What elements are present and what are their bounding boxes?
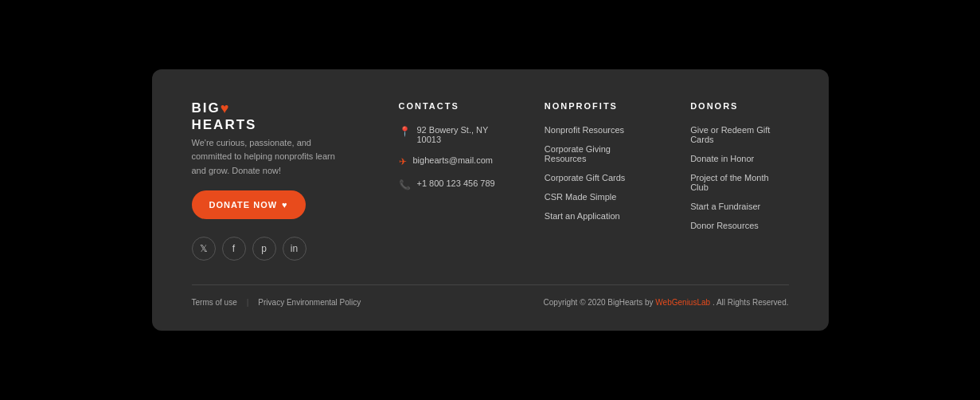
brand-logo: BIG ♥ HEARTS <box>192 101 351 133</box>
contact-address: 📍 92 Bowery St., NY 10013 <box>399 125 497 144</box>
twitter-icon[interactable]: 𝕏 <box>192 237 216 261</box>
donors-link-4[interactable]: Donor Resources <box>690 221 788 230</box>
footer-bottom: Terms of use | Privacy Environmental Pol… <box>192 284 789 307</box>
footer: BIG ♥ HEARTS We're curious, passionate, … <box>152 69 829 331</box>
contact-phone: 📞 +1 800 123 456 789 <box>399 178 497 190</box>
nonprofits-link-1[interactable]: Corporate Giving Resources <box>545 144 642 163</box>
brand-hearts-text: HEARTS <box>192 117 257 132</box>
nonprofits-column: NONPROFITS Nonprofit Resources Corporate… <box>545 101 642 230</box>
footer-top: BIG ♥ HEARTS We're curious, passionate, … <box>192 101 789 261</box>
phone-icon: 📞 <box>399 179 411 190</box>
nonprofits-link-4[interactable]: Start an Application <box>545 211 642 221</box>
copyright-end: . All Rights Reserved. <box>713 298 789 307</box>
phone-text: +1 800 123 456 789 <box>417 178 495 188</box>
address-text: 92 Bowery St., NY 10013 <box>417 125 497 144</box>
footer-legal: Terms of use | Privacy Environmental Pol… <box>192 298 361 307</box>
donors-link-1[interactable]: Donate in Honor <box>690 154 788 163</box>
donors-title: DONORS <box>690 101 788 111</box>
contacts-column: CONTACTS 📍 92 Bowery St., NY 10013 ✈ big… <box>399 101 497 202</box>
email-text: bighearts@mail.com <box>413 155 493 165</box>
donate-button[interactable]: DONATE NOW ♥ <box>192 190 306 219</box>
divider: | <box>247 298 249 307</box>
nonprofits-link-3[interactable]: CSR Made Simple <box>545 192 642 202</box>
donors-link-2[interactable]: Project of the Month Club <box>690 173 788 192</box>
contact-email: ✈ bighearts@mail.com <box>399 155 497 167</box>
brand-big-text: BIG <box>192 101 221 116</box>
nonprofits-link-0[interactable]: Nonprofit Resources <box>545 125 642 135</box>
contacts-title: CONTACTS <box>399 101 497 111</box>
nonprofits-title: NONPROFITS <box>545 101 642 111</box>
donors-column: DONORS Give or Redeem Gift Cards Donate … <box>690 101 788 240</box>
pinterest-icon[interactable]: p <box>252 237 276 261</box>
brand-column: BIG ♥ HEARTS We're curious, passionate, … <box>192 101 351 261</box>
copyright-text: Copyright © 2020 BigHearts by <box>544 298 654 307</box>
company-link[interactable]: WebGeniusLab <box>655 298 710 307</box>
donors-link-0[interactable]: Give or Redeem Gift Cards <box>690 125 788 144</box>
facebook-icon[interactable]: f <box>222 237 246 261</box>
email-icon: ✈ <box>399 156 407 167</box>
heart-icon: ♥ <box>221 101 229 117</box>
terms-link[interactable]: Terms of use <box>192 298 237 307</box>
privacy-link[interactable]: Privacy Environmental Policy <box>258 298 361 307</box>
heart-btn-icon: ♥ <box>282 200 288 210</box>
nonprofits-link-2[interactable]: Corporate Gift Cards <box>545 173 642 182</box>
copyright: Copyright © 2020 BigHearts by WebGeniusL… <box>544 298 789 307</box>
location-icon: 📍 <box>399 126 411 137</box>
brand-name: BIG ♥ HEARTS <box>192 101 257 133</box>
donate-button-label: DONATE NOW <box>209 200 278 210</box>
donors-link-3[interactable]: Start a Fundraiser <box>690 202 788 211</box>
instagram-icon[interactable]: in <box>283 237 306 261</box>
brand-tagline: We're curious, passionate, and committed… <box>192 136 351 178</box>
social-icons: 𝕏 f p in <box>192 237 351 261</box>
